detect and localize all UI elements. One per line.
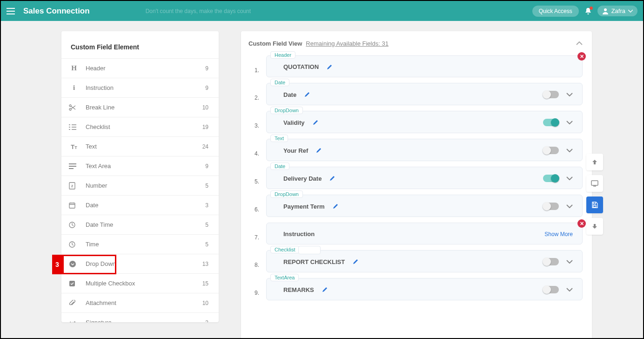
element-item-drop-down[interactable]: Drop Down13 — [61, 254, 219, 273]
element-label: Date — [86, 202, 205, 209]
remove-field-icon[interactable]: ✕ — [577, 52, 586, 61]
expand-icon[interactable] — [566, 149, 573, 152]
row-number: 5. — [248, 167, 266, 189]
edit-icon[interactable] — [322, 286, 328, 293]
element-count: 13 — [202, 261, 211, 267]
i-icon: i — [69, 84, 79, 92]
element-label: Break Line — [86, 104, 202, 111]
svg-rect-8 — [69, 203, 75, 208]
element-item-date[interactable]: Date3 — [61, 195, 219, 215]
element-item-time[interactable]: Time5 — [61, 234, 219, 254]
element-label: Time — [86, 241, 205, 248]
show-more-link[interactable]: Show More — [544, 231, 573, 237]
clock-icon — [69, 241, 79, 248]
element-label: Header — [86, 65, 205, 72]
collapse-panel-icon[interactable] — [576, 41, 583, 45]
top-bar: Sales Connection Don't count the days, m… — [1, 1, 643, 21]
field-row-instruction: 7.✕InstructionShow More — [248, 223, 583, 244]
element-item-text[interactable]: TTText24 — [61, 136, 219, 156]
expand-icon[interactable] — [566, 121, 573, 124]
extra-tag — [298, 246, 321, 254]
expand-icon[interactable] — [566, 204, 573, 208]
row-number: 2. — [248, 83, 266, 105]
user-menu[interactable]: Zafra — [597, 6, 637, 16]
field-title: Date — [283, 91, 296, 98]
element-item-date-time[interactable]: Date Time5 — [61, 215, 219, 234]
element-item-instruction[interactable]: iInstruction9 — [61, 78, 219, 97]
scroll-up-button[interactable] — [586, 154, 603, 170]
element-item-break-line[interactable]: Break Line10 — [61, 97, 219, 117]
element-label: Attachment — [86, 299, 202, 306]
notification-dot — [590, 7, 593, 10]
element-item-checklist[interactable]: Checklist19 — [61, 117, 219, 136]
number-icon: 2 — [69, 182, 79, 190]
edit-icon[interactable] — [315, 147, 322, 154]
element-label: Instruction — [86, 84, 205, 91]
preview-button[interactable] — [586, 175, 603, 192]
type-tag: DropDown — [270, 190, 303, 198]
remove-field-icon[interactable]: ✕ — [577, 219, 586, 228]
element-count: 24 — [202, 143, 211, 150]
element-item-multiple-checkbox[interactable]: Multiple Checkbox15 — [61, 273, 219, 293]
quick-access-button[interactable]: Quick Access — [532, 6, 579, 17]
element-item-signature[interactable]: Signature3 — [61, 312, 219, 322]
notifications-icon[interactable] — [584, 7, 592, 15]
element-count: 9 — [205, 65, 211, 72]
field-title: Your Ref — [283, 147, 308, 154]
field-row-remarks: 9.TextAreaREMARKS — [248, 278, 583, 300]
field-row-payment-term: 6.DropDownPayment Term — [248, 195, 583, 217]
edit-icon[interactable] — [312, 119, 319, 126]
svg-point-11 — [69, 261, 76, 267]
element-label: Number — [86, 182, 205, 189]
field-title: Validity — [283, 119, 305, 126]
scissors-icon — [69, 104, 79, 111]
required-toggle[interactable] — [543, 91, 559, 98]
row-number: 1. — [248, 55, 266, 77]
expand-icon[interactable] — [566, 260, 573, 264]
chevron-down-icon — [628, 10, 633, 13]
element-count: 15 — [202, 280, 211, 287]
required-toggle[interactable] — [543, 286, 559, 293]
expand-icon[interactable] — [566, 176, 573, 180]
field-row-your-ref: 4.TextYour Ref — [248, 139, 583, 161]
required-toggle[interactable] — [543, 147, 559, 154]
svg-rect-4 — [69, 166, 76, 167]
edit-icon[interactable] — [329, 175, 335, 182]
edit-icon[interactable] — [326, 64, 333, 70]
required-toggle[interactable] — [543, 203, 559, 210]
field-row-delivery-date: 5.DateDelivery Date — [248, 167, 583, 189]
element-item-attachment[interactable]: Attachment10 — [61, 293, 219, 312]
menu-icon[interactable] — [7, 8, 15, 14]
field-title: Instruction — [283, 231, 315, 237]
required-toggle[interactable] — [543, 258, 559, 265]
remaining-fields-link[interactable]: Remaining Available Fields: 31 — [306, 40, 389, 47]
required-toggle[interactable] — [543, 119, 559, 126]
element-item-header[interactable]: HHeader9 — [61, 58, 219, 78]
row-number: 8. — [248, 250, 266, 272]
edit-icon[interactable] — [352, 258, 359, 265]
field-title: Delivery Date — [283, 175, 322, 182]
right-panel-title: Custom Field View — [248, 40, 302, 47]
required-toggle[interactable] — [543, 175, 559, 182]
type-tag: TextArea — [270, 274, 299, 281]
element-label: Checklist — [86, 123, 202, 130]
svg-rect-13 — [591, 181, 598, 185]
element-count: 9 — [205, 85, 211, 91]
user-name: Zafra — [611, 7, 625, 14]
type-tag: Date — [270, 163, 289, 170]
svg-point-0 — [604, 8, 607, 11]
expand-icon[interactable] — [566, 288, 573, 292]
edit-icon[interactable] — [304, 91, 310, 98]
element-count: 10 — [202, 104, 211, 111]
row-number: 6. — [248, 195, 266, 217]
element-label: Drop Down — [86, 260, 202, 267]
element-item-number[interactable]: 2Number5 — [61, 176, 219, 195]
expand-icon[interactable] — [566, 93, 573, 96]
save-button[interactable] — [586, 197, 603, 213]
element-item-text-area[interactable]: Text Area9 — [61, 156, 219, 176]
edit-icon[interactable] — [332, 203, 339, 210]
element-label: Date Time — [86, 221, 205, 228]
scroll-down-button[interactable] — [586, 218, 603, 235]
type-tag: DropDown — [270, 107, 303, 114]
element-label: Text Area — [86, 163, 205, 170]
